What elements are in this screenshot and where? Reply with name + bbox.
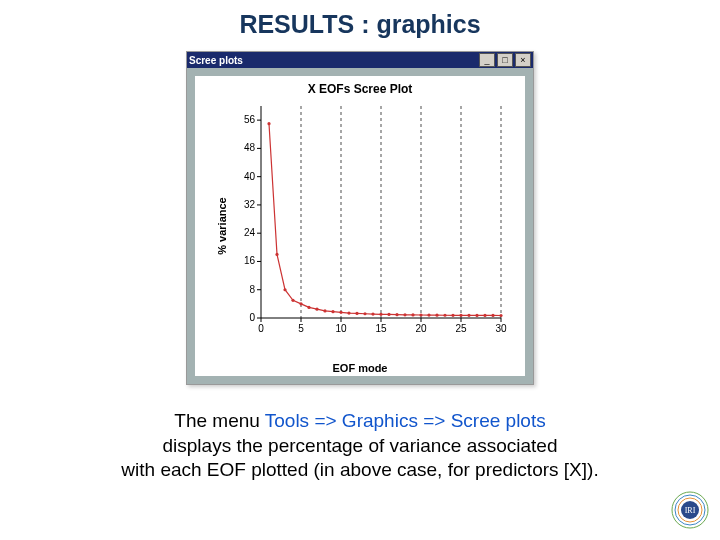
svg-point-53 — [387, 313, 390, 316]
slide-title: RESULTS : graphics — [0, 10, 720, 39]
svg-point-64 — [475, 314, 478, 317]
maximize-button[interactable]: □ — [497, 53, 513, 67]
y-axis-label: % variance — [216, 197, 228, 254]
svg-point-49 — [355, 312, 358, 315]
caption-menu-path: Tools => Graphics => Scree plots — [265, 410, 546, 431]
svg-text:8: 8 — [249, 284, 255, 295]
caption-text: The menu Tools => Graphics => Scree plot… — [30, 409, 690, 483]
svg-text:24: 24 — [244, 227, 256, 238]
svg-text:48: 48 — [244, 142, 256, 153]
svg-point-44 — [315, 308, 318, 311]
svg-text:IRI: IRI — [685, 506, 696, 515]
svg-text:20: 20 — [415, 323, 427, 334]
svg-point-50 — [363, 312, 366, 315]
svg-point-67 — [499, 314, 502, 317]
svg-point-61 — [451, 314, 454, 317]
svg-point-42 — [299, 302, 302, 305]
svg-point-39 — [275, 253, 278, 256]
iri-logo: IRI — [670, 490, 710, 530]
svg-point-56 — [411, 313, 414, 316]
svg-point-45 — [323, 309, 326, 312]
x-axis-label: EOF mode — [195, 362, 525, 374]
svg-point-40 — [283, 288, 286, 291]
svg-point-63 — [467, 314, 470, 317]
caption-pre: The menu — [174, 410, 264, 431]
close-button[interactable]: × — [515, 53, 531, 67]
svg-text:40: 40 — [244, 171, 256, 182]
window-titlebar[interactable]: Scree plots _ □ × — [187, 52, 533, 68]
svg-point-43 — [307, 306, 310, 309]
window-title: Scree plots — [189, 55, 479, 66]
svg-text:15: 15 — [375, 323, 387, 334]
svg-point-46 — [331, 310, 334, 313]
caption-line3: with each EOF plotted (in above case, fo… — [121, 459, 598, 480]
svg-point-38 — [267, 122, 270, 125]
svg-point-55 — [403, 313, 406, 316]
plot-card: X EOFs Scree Plot % variance EOF mode 08… — [195, 76, 525, 376]
svg-point-54 — [395, 313, 398, 316]
svg-text:5: 5 — [298, 323, 304, 334]
svg-point-57 — [419, 313, 422, 316]
svg-point-51 — [371, 313, 374, 316]
svg-text:56: 56 — [244, 114, 256, 125]
svg-text:0: 0 — [249, 312, 255, 323]
minimize-button[interactable]: _ — [479, 53, 495, 67]
chart-title: X EOFs Scree Plot — [195, 82, 525, 96]
svg-text:10: 10 — [335, 323, 347, 334]
window-client-area: X EOFs Scree Plot % variance EOF mode 08… — [187, 68, 533, 384]
svg-point-65 — [483, 314, 486, 317]
svg-point-52 — [379, 313, 382, 316]
svg-point-41 — [291, 299, 294, 302]
caption-line2: displays the percentage of variance asso… — [162, 435, 557, 456]
svg-point-60 — [443, 314, 446, 317]
chart-svg: 08162432404856051015202530 — [243, 102, 507, 342]
svg-point-48 — [347, 311, 350, 314]
svg-text:0: 0 — [258, 323, 264, 334]
svg-point-47 — [339, 311, 342, 314]
svg-text:16: 16 — [244, 255, 256, 266]
svg-text:25: 25 — [455, 323, 467, 334]
svg-point-58 — [427, 314, 430, 317]
svg-text:30: 30 — [495, 323, 507, 334]
svg-point-59 — [435, 314, 438, 317]
svg-point-66 — [491, 314, 494, 317]
scree-plot-window: Scree plots _ □ × X EOFs Scree Plot % va… — [186, 51, 534, 385]
svg-point-62 — [459, 314, 462, 317]
svg-text:32: 32 — [244, 199, 256, 210]
